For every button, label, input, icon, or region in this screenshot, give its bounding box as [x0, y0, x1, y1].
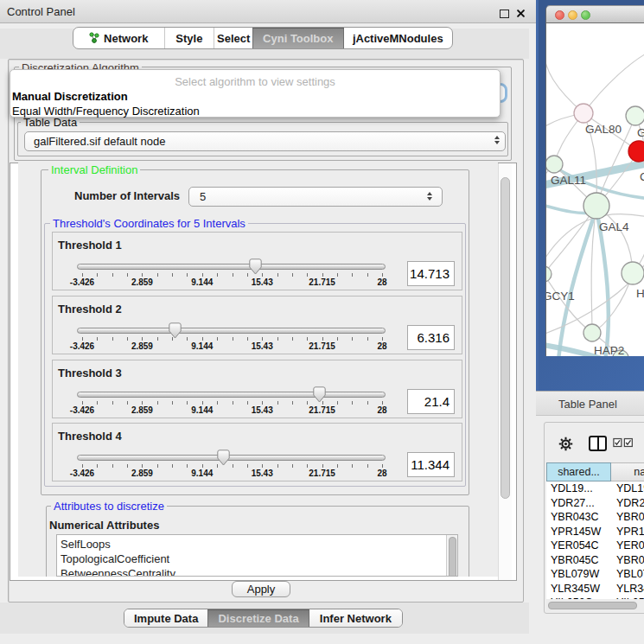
slider-tick: [82, 464, 83, 468]
tab-jactivemnodules[interactable]: jActiveMNodules: [344, 28, 452, 48]
threshold-slider-track-3[interactable]: [77, 392, 386, 398]
table-horizontal-scrollbar-thumb[interactable]: [548, 602, 637, 609]
threshold-value-field-4[interactable]: 11.344: [407, 452, 455, 477]
tab-cyni-toolbox[interactable]: Cyni Toolbox: [252, 28, 344, 48]
settings-scrollbar-thumb[interactable]: [501, 177, 510, 499]
cell-name: YBL079W: [612, 567, 644, 582]
node-table-rows: YDL19...YDL19YDR27...YDR27YBR043CYBR043C…: [546, 481, 644, 599]
attribute-list-item[interactable]: BetweennessCentrality: [57, 567, 457, 577]
tab-discretize-data[interactable]: Discretize Data: [207, 609, 309, 627]
threshold-slider-thumb-3[interactable]: [312, 386, 327, 403]
cell-name: YBR045C: [612, 553, 644, 568]
tab-impute-data[interactable]: Impute Data: [124, 609, 207, 627]
network-node[interactable]: [622, 262, 644, 284]
slider-tick-label: 21.715: [296, 277, 348, 287]
slider-tick: [217, 337, 218, 341]
table-data-combobox[interactable]: galFiltered.sif default node: [24, 131, 506, 151]
number-of-intervals-spinner[interactable]: 5: [188, 187, 443, 207]
cell-name: YDR27: [612, 496, 644, 511]
column-visibility-icon[interactable]: [589, 436, 607, 451]
table-row[interactable]: YPR145WYPR145W: [546, 525, 644, 539]
network-view-window: GAL80GAGAL11CDGAL4GCY1HIHAP2: [545, 5, 644, 356]
tab-infer-network[interactable]: Infer Network: [309, 609, 402, 627]
select-columns-icon[interactable]: [613, 437, 634, 448]
network-node[interactable]: [546, 156, 563, 173]
tab-style[interactable]: Style: [165, 28, 215, 48]
table-data-combobox-value: galFiltered.sif default node: [34, 135, 165, 148]
number-of-intervals-label: Number of Intervals: [74, 189, 180, 202]
float-window-icon[interactable]: [500, 10, 509, 18]
interval-definition-group-label: Interval Definition: [48, 164, 140, 175]
attributes-list-scrollbar-thumb[interactable]: [449, 537, 456, 577]
network-node-label: CD: [640, 170, 644, 183]
slider-tick: [157, 401, 158, 405]
minimize-traffic-light[interactable]: [568, 10, 577, 20]
slider-tick-label: -3.426: [56, 405, 108, 415]
threshold-slider-thumb-2[interactable]: [168, 322, 182, 339]
slider-tick: [82, 337, 83, 341]
slider-tick-label: 15.43: [236, 469, 288, 478]
table-row[interactable]: YIL052CYIL052C: [546, 596, 644, 599]
column-header-shared-name[interactable]: shared...: [546, 462, 611, 481]
tab-select[interactable]: Select: [214, 28, 252, 48]
cell-shared-name: YLR345W: [546, 582, 612, 596]
slider-tick-label: -3.426: [56, 277, 108, 287]
gear-icon[interactable]: [558, 437, 573, 451]
threshold-slider-track-4[interactable]: [77, 455, 386, 461]
algorithm-placeholder-item: Select algorithm to view settings: [10, 75, 500, 88]
table-row[interactable]: YDL19...YDL19: [546, 481, 644, 496]
attributes-list-scrollbar[interactable]: [446, 535, 457, 577]
network-icon: [89, 32, 99, 44]
network-node[interactable]: [574, 104, 593, 123]
tab-network[interactable]: Network: [73, 28, 165, 48]
zoom-traffic-light[interactable]: [581, 10, 590, 20]
cell-shared-name: YBR045C: [546, 553, 612, 568]
attribute-list-item[interactable]: TopologicalCoefficient: [57, 552, 457, 567]
column-header-name[interactable]: name: [611, 462, 644, 481]
network-node[interactable]: [583, 324, 601, 341]
slider-tick-label: 2.859: [116, 405, 168, 415]
slider-tick: [233, 401, 233, 405]
table-row[interactable]: YBR043CYBR043C: [546, 510, 644, 525]
slider-tick: [112, 337, 113, 341]
threshold-box-2: Threshold 2-3.4262.8599.14415.4321.71528…: [52, 296, 462, 354]
slider-tick: [187, 337, 188, 341]
network-node[interactable]: [583, 193, 609, 219]
threshold-slider-track-1[interactable]: [77, 264, 386, 270]
threshold-slider-thumb-1[interactable]: [248, 258, 263, 275]
table-row[interactable]: YDR27...YDR27: [546, 496, 644, 511]
network-node[interactable]: [628, 141, 644, 162]
slider-tick: [202, 464, 203, 468]
network-window-titlebar[interactable]: [546, 6, 644, 23]
threshold-slider-thumb-4[interactable]: [216, 450, 231, 466]
close-traffic-light[interactable]: [555, 10, 564, 20]
table-horizontal-scrollbar[interactable]: [546, 600, 644, 612]
threshold-slider-track-2[interactable]: [77, 328, 386, 334]
network-canvas[interactable]: GAL80GAGAL11CDGAL4GCY1HIHAP2: [546, 23, 644, 356]
table-row[interactable]: YER054CYER054C: [546, 539, 644, 553]
slider-tick-label: 2.859: [116, 277, 168, 287]
apply-button[interactable]: Apply: [232, 581, 290, 597]
slider-tick: [307, 401, 308, 405]
threshold-value-field-1[interactable]: 14.713: [407, 261, 455, 286]
threshold-value-field-2[interactable]: 6.316: [407, 325, 455, 350]
close-icon[interactable]: [516, 9, 526, 18]
settings-scrollbar[interactable]: [498, 163, 512, 580]
attributes-group-label: Attributes to discretize: [51, 501, 167, 512]
desktop-edge-highlight: [536, 0, 539, 391]
network-node[interactable]: [626, 106, 644, 125]
popup-item-manual-discretization[interactable]: Manual Discretization: [12, 90, 128, 103]
numerical-attributes-list[interactable]: SelfLoopsTopologicalCoefficientBetweenne…: [56, 534, 458, 577]
network-node-label: GAL4: [599, 220, 629, 233]
slider-tick: [187, 273, 188, 277]
attribute-list-item[interactable]: SelfLoops: [57, 538, 457, 552]
threshold-value-field-3[interactable]: 21.4: [407, 389, 455, 414]
table-row[interactable]: YBL079WYBL079W: [546, 567, 644, 582]
table-row[interactable]: YBR045CYBR045C: [546, 553, 644, 568]
popup-item-equal-width[interactable]: Equal Width/Frequency Discretization: [12, 105, 200, 118]
table-row[interactable]: YLR345WYLR345W: [546, 582, 644, 596]
network-node[interactable]: [546, 266, 552, 282]
slider-tick: [157, 337, 158, 341]
tab-select-label: Select: [217, 32, 250, 45]
tab-discretize-data-label: Discretize Data: [218, 612, 298, 625]
